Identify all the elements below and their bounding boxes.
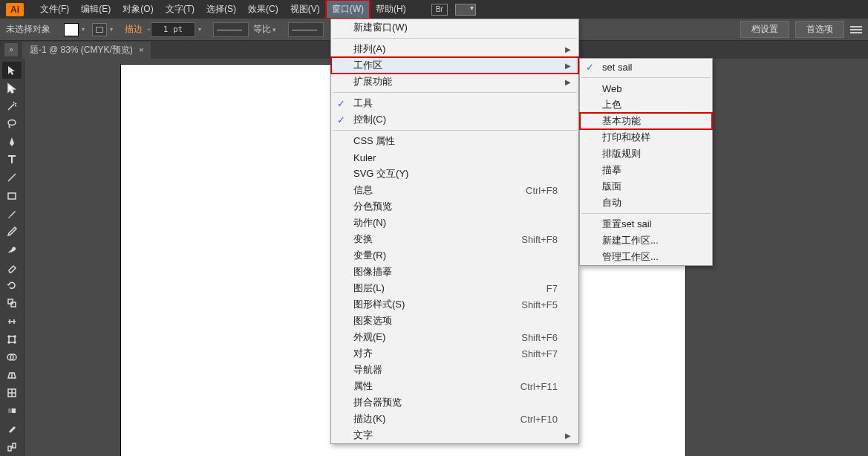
workspace-menu-item-9[interactable]: 自动 bbox=[580, 195, 712, 211]
menu-object[interactable]: 对象(O) bbox=[117, 0, 159, 19]
tool-paintbrush[interactable] bbox=[2, 205, 22, 222]
window-menu-item-15[interactable]: 变换Shift+F8 bbox=[331, 231, 578, 247]
tool-type[interactable] bbox=[2, 152, 22, 169]
window-menu-separator bbox=[333, 130, 577, 131]
tool-magic-wand[interactable] bbox=[2, 97, 22, 114]
workspace-menu-item-8[interactable]: 版面 bbox=[580, 178, 712, 195]
window-menu-item-3[interactable]: 工作区▶ bbox=[331, 57, 578, 74]
window-menu-separator bbox=[333, 38, 577, 39]
window-menu-item-21[interactable]: 外观(E)Shift+F6 bbox=[331, 329, 578, 345]
window-menu-separator bbox=[333, 92, 577, 93]
workspace-menu-label: Web bbox=[602, 83, 622, 94]
menu-edit[interactable]: 编辑(E) bbox=[75, 0, 117, 19]
workspace-menu-item-12[interactable]: 新建工作区... bbox=[580, 232, 712, 249]
stroke-dropdown-icon[interactable]: ▾ bbox=[110, 26, 113, 33]
stroke-weight-input[interactable]: 1 pt bbox=[151, 22, 195, 37]
workspace-menu-item-4[interactable]: 基本功能 bbox=[580, 113, 712, 129]
tool-width[interactable] bbox=[2, 313, 22, 330]
tool-perspective[interactable] bbox=[2, 366, 22, 383]
menu-window[interactable]: 窗口(W) bbox=[326, 0, 370, 19]
menu-type[interactable]: 文字(T) bbox=[160, 0, 200, 19]
doc-setup-button[interactable]: 档设置 bbox=[740, 21, 789, 38]
tool-lasso[interactable] bbox=[2, 115, 22, 132]
brush-definition[interactable] bbox=[288, 22, 324, 37]
window-menu-item-10[interactable]: Kuler bbox=[331, 149, 578, 166]
tab-scroll-icon[interactable]: » bbox=[4, 43, 18, 56]
fill-swatch[interactable] bbox=[64, 23, 79, 36]
arrange-documents-button[interactable] bbox=[455, 4, 476, 16]
submenu-arrow-icon: ▶ bbox=[565, 62, 571, 70]
window-menu-item-23[interactable]: 导航器 bbox=[331, 362, 578, 378]
workspace-menu-item-2[interactable]: Web bbox=[580, 80, 712, 97]
window-menu-item-0[interactable]: 新建窗口(W) bbox=[331, 19, 578, 36]
window-menu-item-12[interactable]: 信息Ctrl+F8 bbox=[331, 182, 578, 198]
tool-blob-brush[interactable] bbox=[2, 241, 22, 258]
workspace-menu-label: 管理工作区... bbox=[602, 250, 659, 264]
window-menu-item-17[interactable]: 图像描摹 bbox=[331, 264, 578, 280]
tool-shape-builder[interactable] bbox=[2, 348, 22, 365]
workspace-menu-item-6[interactable]: 排版规则 bbox=[580, 146, 712, 162]
tool-pencil[interactable] bbox=[2, 223, 22, 240]
window-menu-item-9[interactable]: CSS 属性 bbox=[331, 133, 578, 149]
menu-select[interactable]: 选择(S) bbox=[200, 0, 242, 19]
window-menu-item-27[interactable]: 文字▶ bbox=[331, 427, 578, 443]
tool-eyedropper[interactable] bbox=[2, 420, 22, 437]
window-menu-item-11[interactable]: SVG 交互(Y) bbox=[331, 166, 578, 182]
uniform-dropdown-icon[interactable]: ▾ bbox=[273, 26, 276, 33]
tab-close-icon[interactable]: × bbox=[139, 45, 143, 54]
tool-blend[interactable] bbox=[2, 438, 22, 455]
fill-dropdown-icon[interactable]: ▾ bbox=[82, 26, 85, 33]
document-tab[interactable]: 题-1 @ 83% (CMYK/预览) × bbox=[22, 42, 151, 59]
workspace-menu-item-7[interactable]: 描摹 bbox=[580, 162, 712, 178]
menu-view[interactable]: 视图(V) bbox=[284, 0, 326, 19]
menu-effect[interactable]: 效果(C) bbox=[242, 0, 284, 19]
workspace-menu-item-11[interactable]: 重置set sail bbox=[580, 216, 712, 232]
tool-direct-selection[interactable] bbox=[2, 79, 22, 97]
window-menu: 新建窗口(W)排列(A)▶工作区▶扩展功能▶✓工具✓控制(C)CSS 属性Kul… bbox=[330, 19, 579, 444]
stroke-profile[interactable] bbox=[213, 22, 249, 37]
stroke-weight-dropdown-icon[interactable]: ▾ bbox=[198, 26, 201, 33]
window-menu-item-2[interactable]: 排列(A)▶ bbox=[331, 41, 578, 57]
window-menu-item-18[interactable]: 图层(L)F7 bbox=[331, 280, 578, 296]
tool-free-transform[interactable] bbox=[2, 330, 22, 348]
window-menu-item-13[interactable]: 分色预览 bbox=[331, 198, 578, 215]
window-menu-item-4[interactable]: 扩展功能▶ bbox=[331, 74, 578, 90]
workspace-menu-label: 新建工作区... bbox=[602, 234, 659, 247]
window-menu-label: 变量(R) bbox=[353, 249, 386, 262]
window-menu-item-22[interactable]: 对齐Shift+F7 bbox=[331, 345, 578, 362]
submenu-arrow-icon: ▶ bbox=[565, 78, 571, 86]
prefs-button[interactable]: 首选项 bbox=[795, 21, 844, 38]
shortcut-label: Ctrl+F8 bbox=[526, 185, 558, 196]
tool-eraser[interactable] bbox=[2, 259, 22, 276]
window-menu-item-14[interactable]: 动作(N) bbox=[331, 215, 578, 231]
window-menu-item-26[interactable]: 描边(K)Ctrl+F10 bbox=[331, 411, 578, 427]
bridge-icon[interactable]: Br bbox=[431, 4, 448, 16]
window-menu-item-16[interactable]: 变量(R) bbox=[331, 247, 578, 264]
window-menu-item-6[interactable]: ✓工具 bbox=[331, 95, 578, 111]
tool-scale[interactable] bbox=[2, 295, 22, 312]
window-menu-item-7[interactable]: ✓控制(C) bbox=[331, 111, 578, 128]
window-menu-item-24[interactable]: 属性Ctrl+F11 bbox=[331, 378, 578, 394]
workspace-menu-item-13[interactable]: 管理工作区... bbox=[580, 249, 712, 265]
tool-rectangle[interactable] bbox=[2, 187, 22, 204]
panel-menu-icon[interactable] bbox=[850, 25, 862, 35]
stroke-swatch[interactable] bbox=[92, 23, 107, 36]
window-menu-label: 控制(C) bbox=[353, 113, 386, 126]
window-menu-item-19[interactable]: 图形样式(S)Shift+F5 bbox=[331, 296, 578, 313]
tool-mesh[interactable] bbox=[2, 385, 22, 402]
tool-line[interactable] bbox=[2, 169, 22, 186]
workspace-menu-item-3[interactable]: 上色 bbox=[580, 97, 712, 113]
menu-file[interactable]: 文件(F) bbox=[34, 0, 75, 19]
stroke-label[interactable]: 描边 bbox=[125, 23, 143, 36]
workspace-menu-item-0[interactable]: ✓set sail bbox=[580, 59, 712, 75]
menu-help[interactable]: 帮助(H) bbox=[370, 0, 412, 19]
tool-gradient[interactable] bbox=[2, 403, 22, 420]
tool-rotate[interactable] bbox=[2, 277, 22, 294]
svg-point-6 bbox=[8, 336, 10, 337]
workspace-menu-item-5[interactable]: 打印和校样 bbox=[580, 129, 712, 146]
window-menu-item-25[interactable]: 拼合器预览 bbox=[331, 394, 578, 411]
tool-selection[interactable] bbox=[2, 62, 22, 79]
tool-pen[interactable] bbox=[2, 134, 22, 151]
window-menu-item-20[interactable]: 图案选项 bbox=[331, 313, 578, 329]
window-menu-label: 图像描摹 bbox=[353, 265, 392, 279]
